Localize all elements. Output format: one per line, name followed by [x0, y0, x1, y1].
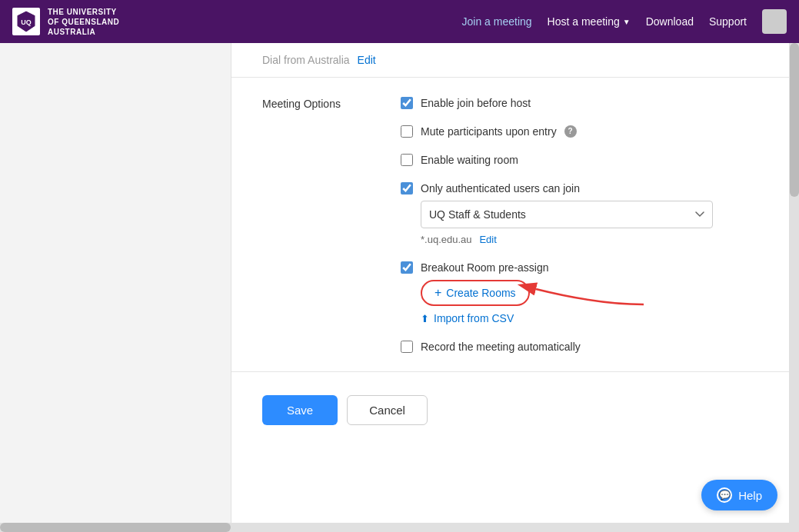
option-join-before-host-label: Enable join before host	[421, 97, 531, 109]
auth-sub-options: UQ Staff & Students All authenticated us…	[421, 201, 758, 245]
content-area: Dial from Australia Edit Meeting Options…	[231, 43, 790, 532]
option-join-before-host: Enable join before host	[401, 96, 758, 109]
option-mute-participants: Mute participants upon entry ?	[401, 125, 758, 138]
help-button[interactable]: 💬 Help	[701, 480, 777, 510]
save-button[interactable]: Save	[262, 395, 338, 425]
import-csv-button[interactable]: ⬆ Import from CSV	[421, 312, 758, 324]
option-breakout-room-label: Breakout Room pre-assign	[421, 261, 549, 274]
host-meeting-menu[interactable]: Host a meeting ▼	[548, 15, 631, 28]
auth-note-row: *.uq.edu.au Edit	[421, 233, 758, 245]
option-waiting-room-label: Enable waiting room	[421, 154, 518, 166]
join-meeting-link[interactable]: Join a meeting	[462, 15, 532, 28]
plus-icon: +	[434, 286, 441, 300]
mute-info-icon[interactable]: ?	[564, 125, 577, 138]
svg-text:UQ: UQ	[21, 18, 32, 26]
auth-edit-link[interactable]: Edit	[479, 234, 496, 245]
cancel-button[interactable]: Cancel	[347, 395, 428, 425]
sidebar	[0, 43, 231, 532]
import-csv-label: Import from CSV	[434, 312, 514, 324]
dial-row: Dial from Australia Edit	[231, 43, 789, 78]
checkbox-breakout-room[interactable]	[401, 261, 413, 274]
help-label: Help	[738, 489, 762, 502]
meeting-options-section: Meeting Options Enable join before host …	[231, 78, 789, 372]
auth-users-dropdown[interactable]: UQ Staff & Students All authenticated us…	[421, 201, 713, 228]
help-chat-icon: 💬	[717, 487, 732, 503]
checkbox-authenticated-users[interactable]	[401, 182, 413, 195]
logo[interactable]: UQ The University of Queensland Australi…	[12, 7, 119, 37]
option-waiting-room: Enable waiting room	[401, 153, 758, 166]
checkbox-waiting-room[interactable]	[401, 154, 413, 166]
option-authenticated-users: Only authenticated users can join UQ Sta…	[401, 181, 758, 245]
header-nav: Join a meeting Host a meeting ▼ Download…	[462, 9, 787, 34]
checkbox-join-before-host[interactable]	[401, 97, 413, 109]
auth-domain-note: *.uq.edu.au	[421, 234, 472, 245]
breakout-actions: + Create Rooms	[421, 280, 758, 324]
host-meeting-arrow-icon: ▼	[623, 18, 631, 26]
option-breakout-room: Breakout Room pre-assign + Create Rooms	[401, 261, 758, 324]
dial-edit-link[interactable]: Edit	[358, 54, 376, 66]
option-authenticated-users-label: Only authenticated users can join	[421, 182, 580, 195]
dial-text: Dial from Australia	[262, 54, 350, 66]
option-mute-participants-label: Mute participants upon entry	[421, 125, 557, 138]
section-label: Meeting Options	[262, 96, 401, 110]
create-rooms-wrapper: + Create Rooms	[421, 280, 758, 306]
breakout-row: Breakout Room pre-assign	[401, 261, 758, 274]
avatar[interactable]	[762, 9, 787, 34]
horizontal-scrollbar[interactable]	[0, 523, 790, 532]
meeting-options-row: Meeting Options Enable join before host …	[262, 96, 758, 353]
checkbox-mute-participants[interactable]	[401, 125, 413, 138]
support-link[interactable]: Support	[709, 15, 747, 28]
logo-shield: UQ	[12, 8, 40, 35]
logo-text: The University of Queensland Australia	[48, 7, 119, 37]
vertical-scrollbar[interactable]	[790, 43, 799, 532]
main-layout: Dial from Australia Edit Meeting Options…	[0, 43, 799, 532]
download-link[interactable]: Download	[646, 15, 694, 28]
scrollbar-thumb[interactable]	[790, 43, 799, 197]
horizontal-scrollbar-thumb[interactable]	[0, 523, 231, 532]
option-record-meeting-label: Record the meeting automatically	[421, 341, 581, 353]
bottom-buttons: Save Cancel	[231, 372, 789, 448]
create-rooms-label: Create Rooms	[446, 287, 515, 299]
auth-row: Only authenticated users can join	[401, 181, 758, 195]
options-list: Enable join before host Mute participant…	[401, 96, 758, 353]
header: UQ The University of Queensland Australi…	[0, 0, 799, 43]
option-record-meeting: Record the meeting automatically	[401, 340, 758, 353]
checkbox-record-meeting[interactable]	[401, 341, 413, 353]
upload-icon: ⬆	[421, 313, 429, 324]
create-rooms-button[interactable]: + Create Rooms	[421, 280, 530, 306]
